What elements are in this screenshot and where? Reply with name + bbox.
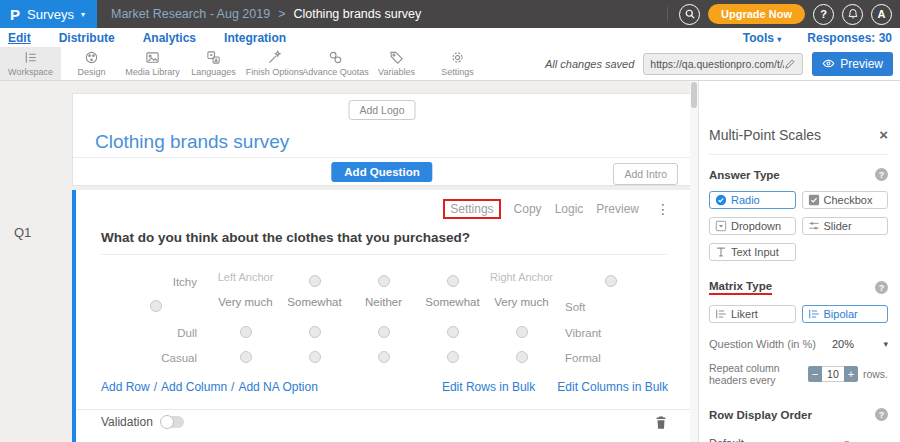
close-icon[interactable]: ×	[879, 129, 888, 141]
radio-button[interactable]	[378, 275, 390, 287]
main-scrollbar[interactable]	[690, 81, 698, 442]
nav-distribute[interactable]: Distribute	[59, 31, 115, 45]
radio-button[interactable]	[309, 326, 321, 338]
scrollbar-thumb[interactable]	[691, 82, 697, 108]
repeat-headers-value[interactable]: 10	[822, 366, 844, 382]
add-logo-button[interactable]: Add Logo	[349, 100, 416, 120]
nav-analytics[interactable]: Analytics	[143, 31, 196, 45]
answer-type-text-input[interactable]: Text Input	[709, 243, 796, 261]
toolbar-item-media-library[interactable]: Media Library	[122, 47, 183, 80]
help-icon[interactable]: ?	[875, 281, 888, 294]
matrix-type-bipolar[interactable]: Bipolar	[802, 305, 889, 323]
matrix-cell	[487, 347, 556, 372]
radio-button[interactable]	[605, 275, 617, 287]
row-right-label[interactable]: Vibrant	[556, 322, 666, 347]
add-column-link[interactable]: Add Column	[161, 380, 227, 394]
row-display-order-select[interactable]: Default ▾	[709, 437, 849, 442]
add-intro-button[interactable]: Add Intro	[613, 163, 678, 185]
answer-type-slider[interactable]: Slider	[802, 217, 889, 235]
radio-button[interactable]	[447, 275, 459, 287]
question-text[interactable]: What do you think about the clothes that…	[101, 230, 667, 245]
more-options-icon[interactable]: ⋮	[656, 201, 670, 217]
toolbar-item-finish-options[interactable]: Finish Options	[244, 47, 305, 80]
toolbar-item-workspace[interactable]: Workspace	[0, 47, 61, 80]
chevron-down-icon: ▾	[777, 35, 781, 44]
row-display-order-label: Row Display Order	[709, 409, 812, 421]
column-header: Somewhat	[280, 296, 349, 322]
responses-count-link[interactable]: Responses: 30	[807, 31, 892, 45]
toggle-knob	[160, 415, 174, 429]
toolbar-label: Languages	[191, 67, 236, 77]
chevron-down-icon[interactable]: ▾	[883, 339, 888, 349]
radio-button[interactable]	[447, 351, 459, 363]
radio-selected-icon	[715, 194, 727, 206]
question-number: Q1	[14, 225, 31, 240]
matrix-type-likert[interactable]: Likert	[709, 305, 796, 323]
help-icon[interactable]: ?	[875, 168, 888, 181]
answer-type-radio[interactable]: Radio	[709, 191, 796, 209]
radio-button[interactable]	[447, 326, 459, 338]
notifications-button[interactable]	[842, 4, 863, 25]
edit-columns-in-bulk-link[interactable]: Edit Columns in Bulk	[557, 380, 668, 394]
product-switcher[interactable]: P Surveys ▾	[0, 0, 97, 28]
validation-toggle[interactable]	[161, 416, 184, 428]
question-preview-link[interactable]: Preview	[596, 202, 639, 216]
upgrade-now-button[interactable]: Upgrade Now	[708, 4, 805, 24]
help-icon[interactable]: ?	[875, 408, 888, 421]
bipolar-icon	[808, 308, 820, 320]
row-right-label[interactable]: Formal	[556, 347, 666, 372]
nav-edit[interactable]: Edit	[8, 31, 31, 45]
row-display-order-value: Default	[709, 437, 744, 442]
survey-title[interactable]: Clothing brands survey	[95, 131, 289, 153]
add-row-link[interactable]: Add Row	[101, 380, 150, 394]
settings-annotation-box: Settings	[443, 199, 500, 219]
nav-integration[interactable]: Integration	[224, 31, 286, 45]
row-left-label[interactable]: Itchy	[101, 271, 211, 296]
toolbar-item-languages[interactable]: Languages	[183, 47, 244, 80]
toolbar-item-variables[interactable]: Variables	[366, 47, 427, 80]
add-na-option-link[interactable]: Add NA Option	[238, 380, 317, 394]
gear-icon	[450, 50, 465, 65]
validation-label: Validation	[101, 415, 153, 429]
radio-button[interactable]	[240, 351, 252, 363]
toolbar-item-settings[interactable]: Settings	[427, 47, 488, 80]
rows-suffix-label: rows.	[863, 368, 888, 380]
radio-button[interactable]	[240, 326, 252, 338]
question-settings-link[interactable]: Settings	[450, 202, 493, 216]
row-left-label[interactable]: Dull	[101, 322, 211, 347]
row-left-label[interactable]: Casual	[101, 347, 211, 372]
toolbar-label: Workspace	[8, 67, 53, 77]
radio-button[interactable]	[378, 351, 390, 363]
toolbar-label: Media Library	[125, 67, 180, 77]
matrix-links-row: Add Row / Add Column / Add NA Option Edi…	[101, 380, 668, 394]
breadcrumb-parent-link[interactable]: Market Research - Aug 2019	[111, 7, 270, 21]
toolbar-item-design[interactable]: Design	[61, 47, 122, 80]
add-question-button[interactable]: Add Question	[331, 162, 432, 182]
increment-button[interactable]: +	[844, 366, 858, 382]
survey-url-field[interactable]: https://qa.questionpro.com/t/APNrFZfQ	[643, 53, 803, 75]
toolbar-item-advance-quotas[interactable]: Advance Quotas	[305, 47, 366, 80]
pencil-icon[interactable]	[784, 58, 796, 70]
question-width-value[interactable]: 20%	[832, 338, 854, 350]
decrement-button[interactable]: −	[808, 366, 822, 382]
question-logic-link[interactable]: Logic	[555, 202, 584, 216]
preview-button[interactable]: Preview	[812, 52, 893, 76]
help-button[interactable]: ?	[813, 4, 834, 25]
radio-button[interactable]	[378, 326, 390, 338]
edit-rows-in-bulk-link[interactable]: Edit Rows in Bulk	[442, 380, 535, 394]
row-right-label[interactable]: Soft	[556, 296, 666, 321]
radio-button[interactable]	[309, 275, 321, 287]
search-button[interactable]	[679, 4, 700, 25]
question-copy-link[interactable]: Copy	[514, 202, 542, 216]
delete-question-button[interactable]	[654, 415, 668, 430]
radio-button[interactable]	[150, 300, 162, 312]
radio-button[interactable]	[309, 351, 321, 363]
answer-type-dropdown[interactable]: Dropdown	[709, 217, 796, 235]
avatar-button[interactable]: A	[871, 4, 892, 25]
radio-button[interactable]	[516, 326, 528, 338]
tools-menu[interactable]: Tools ▾	[743, 31, 781, 45]
radio-button[interactable]	[516, 351, 528, 363]
column-header: Somewhat	[418, 296, 487, 322]
chain-links-icon	[328, 50, 343, 65]
answer-type-checkbox[interactable]: Checkbox	[802, 191, 889, 209]
